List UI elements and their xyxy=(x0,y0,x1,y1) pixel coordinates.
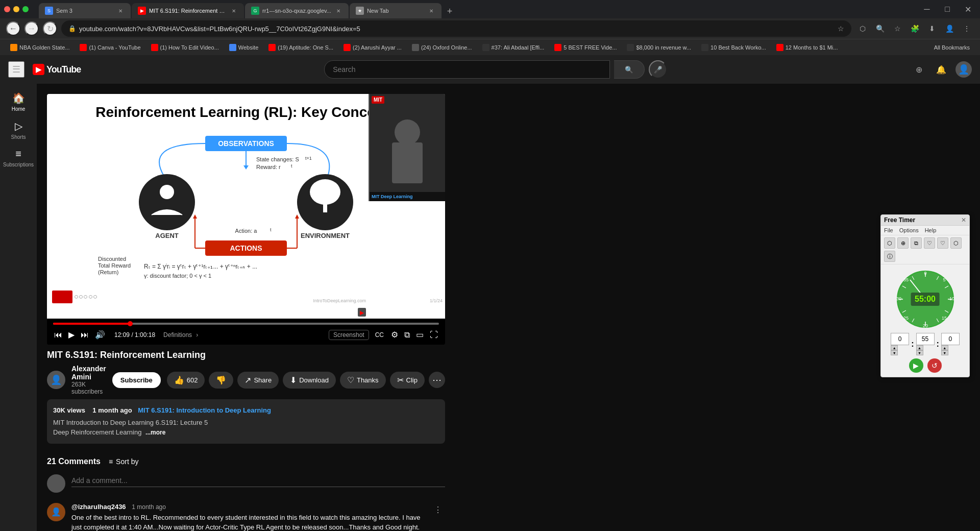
timer-menu-help[interactable]: Help xyxy=(925,227,937,233)
bookmark-aptitude[interactable]: (19) Aptitude: One S... xyxy=(264,43,337,52)
bookmark-oxford[interactable]: (24) Oxford Online... xyxy=(408,43,476,52)
timer-seconds-down[interactable]: ▼ xyxy=(941,350,948,355)
timer-seconds-input[interactable] xyxy=(941,333,960,345)
yt-avatar[interactable]: 👤 xyxy=(955,61,972,78)
tab-new[interactable]: ★ New Tab ✕ xyxy=(350,3,442,18)
download-btn[interactable]: ⬇ Download xyxy=(283,372,336,389)
timer-minutes-input[interactable] xyxy=(916,333,935,345)
extensions-icon[interactable]: 🧩 xyxy=(908,21,922,36)
timer-menu-options[interactable]: Options xyxy=(899,227,919,233)
cc-btn[interactable]: CC xyxy=(373,330,386,340)
menu-icon[interactable]: ⋮ xyxy=(960,21,974,36)
tab-close-new[interactable]: ✕ xyxy=(427,7,435,15)
maximize-window-btn[interactable] xyxy=(22,6,29,12)
skip-back-btn[interactable]: ⏮ xyxy=(53,329,63,341)
bookmark-nba[interactable]: NBA Golden State... xyxy=(6,43,74,52)
zoom-icon[interactable]: 🔍 xyxy=(873,21,887,36)
yt-menu-btn[interactable]: ☰ xyxy=(8,61,24,78)
fullscreen-btn[interactable]: ⛶ xyxy=(429,329,439,341)
chapter-label[interactable]: Definitions xyxy=(163,331,192,339)
comment-author-0[interactable]: @izharulhaq2436 xyxy=(71,503,126,511)
sidebar-shorts[interactable]: ▷ Shorts xyxy=(11,120,26,140)
bookmark-12months[interactable]: 12 Months to $1 Mi... xyxy=(772,43,842,52)
profile-icon[interactable]: 👤 xyxy=(942,21,957,36)
volume-btn[interactable]: 🔊 xyxy=(94,329,106,341)
refresh-btn[interactable]: ↻ xyxy=(43,21,57,36)
progress-bar[interactable] xyxy=(53,323,439,325)
bookmark-star-icon[interactable]: ☆ xyxy=(838,25,844,33)
add-comment-input[interactable] xyxy=(71,474,445,487)
timer-tool-5[interactable]: ♡ xyxy=(937,237,948,249)
back-btn[interactable]: ← xyxy=(6,21,20,36)
playlist-link[interactable]: MIT 6.S191: Introduction to Deep Learnin… xyxy=(138,406,271,414)
sidebar-home[interactable]: 🏠 Home xyxy=(12,92,26,112)
timer-hours-down[interactable]: ▼ xyxy=(891,350,898,355)
timer-minutes-down[interactable]: ▼ xyxy=(916,350,923,355)
notifications-icon[interactable]: 🔔 xyxy=(933,61,949,78)
more-actions-btn[interactable]: ⋯ xyxy=(429,372,445,388)
skip-fwd-btn[interactable]: ⏭ xyxy=(80,329,90,341)
mic-btn[interactable]: 🎤 xyxy=(649,60,667,79)
tab-yt-rl[interactable]: ▶ MIT 6.S191: Reinforcement Lea... ✕ xyxy=(132,3,244,18)
timer-minutes-up[interactable]: ▲ xyxy=(916,345,923,350)
share-btn[interactable]: ↗ Share xyxy=(237,372,279,389)
dislike-btn[interactable]: 👎 xyxy=(209,372,233,389)
timer-tool-7[interactable]: ⓘ xyxy=(884,251,895,262)
timer-tool-4[interactable]: ♡ xyxy=(924,237,935,249)
search-input[interactable] xyxy=(325,65,609,74)
bookmark-10best[interactable]: 10 Best Back Worko... xyxy=(697,43,770,52)
timer-tool-1[interactable]: ⬡ xyxy=(884,237,895,249)
window-minimize-btn[interactable]: ─ xyxy=(919,1,935,17)
miniplayer-btn[interactable]: ⧉ xyxy=(403,329,411,341)
clip-btn[interactable]: ✂ Clip xyxy=(390,372,425,389)
tab-sem3[interactable]: S Sem 3 ✕ xyxy=(39,3,131,18)
minimize-window-btn[interactable] xyxy=(13,6,19,12)
forward-btn[interactable]: → xyxy=(24,21,39,36)
yt-logo[interactable]: ▶ YouTube xyxy=(33,64,81,75)
new-tab-btn[interactable]: + xyxy=(443,4,457,18)
bookmark-5best[interactable]: 5 BEST FREE Vide... xyxy=(550,43,621,52)
window-restore-btn[interactable]: □ xyxy=(939,1,955,17)
tab-close-doc[interactable]: ✕ xyxy=(334,7,342,15)
profile-download-icon[interactable]: ⬇ xyxy=(925,21,939,36)
search-btn[interactable]: 🔍 xyxy=(614,60,645,79)
more-desc-btn[interactable]: ...more xyxy=(145,429,165,436)
timer-reset-btn[interactable]: ↺ xyxy=(927,358,942,373)
timer-seconds-up[interactable]: ▲ xyxy=(941,345,948,350)
play-pause-btn[interactable]: ▶ xyxy=(67,329,76,341)
tab-close-yt[interactable]: ✕ xyxy=(230,7,238,15)
subscribe-btn[interactable]: Subscribe xyxy=(112,372,161,388)
sidebar-subscriptions[interactable]: ≡ Subscriptions xyxy=(3,148,34,167)
close-window-btn[interactable] xyxy=(4,6,10,12)
bookmark-aarushi[interactable]: (2) Aarushi Ayyar ... xyxy=(339,43,406,52)
bookmark-website[interactable]: Website xyxy=(225,43,263,52)
thanks-btn[interactable]: ♡ Thanks xyxy=(340,372,386,389)
timer-tool-6[interactable]: ⬡ xyxy=(950,237,962,249)
timer-play-btn[interactable]: ▶ xyxy=(909,358,923,373)
timer-close-btn[interactable]: ✕ xyxy=(961,216,966,224)
sort-btn[interactable]: ≡ Sort by xyxy=(109,457,139,466)
window-close-btn[interactable]: ✕ xyxy=(960,1,976,17)
settings-btn[interactable]: ⚙ xyxy=(390,329,399,341)
bookmark-canva[interactable]: (1) Canva - YouTube xyxy=(76,43,144,52)
channel-name[interactable]: Alexander Amini xyxy=(71,365,106,381)
timer-tool-3[interactable]: ⧉ xyxy=(911,237,922,249)
favorites-icon[interactable]: ☆ xyxy=(890,21,904,36)
comment-more-btn-0[interactable]: ⋮ xyxy=(431,503,445,517)
bookmark-ali[interactable]: #37: Ali Abdaal [Effi... xyxy=(478,43,549,52)
cast-icon[interactable]: ⬡ xyxy=(855,21,870,36)
address-bar[interactable]: 🔒 youtube.com/watch?v=8JVRbHAVCws&list=P… xyxy=(61,20,851,37)
tab-close-sem3[interactable]: ✕ xyxy=(116,7,125,15)
like-btn[interactable]: 👍 602 xyxy=(167,372,205,389)
tab-google-doc[interactable]: G rr1---sn-o3o-qxaz.googlev... ✕ xyxy=(245,3,349,18)
theater-btn[interactable]: ▭ xyxy=(415,329,425,341)
bookmark-all[interactable]: All Bookmarks xyxy=(930,43,974,52)
upload-icon[interactable]: ⊕ xyxy=(911,61,927,78)
timer-hours-up[interactable]: ▲ xyxy=(891,345,898,350)
timer-menu-file[interactable]: File xyxy=(884,227,893,233)
timer-hours-input[interactable] xyxy=(891,333,909,345)
screenshot-btn[interactable]: Screenshot xyxy=(329,330,369,340)
channel-avatar[interactable]: 👤 xyxy=(47,371,65,389)
bookmark-8k[interactable]: $8,000 in revenue w... xyxy=(623,43,695,52)
timer-tool-2[interactable]: ⊕ xyxy=(897,237,909,249)
